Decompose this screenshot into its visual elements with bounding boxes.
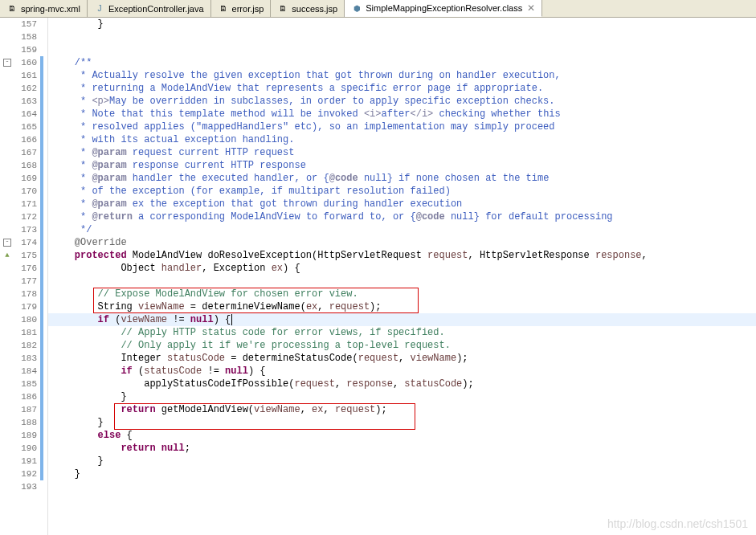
code-line: * @param ex the exception that got throw… — [48, 198, 756, 210]
code-line: * <p>May be overridden in subclasses, in… — [48, 95, 756, 108]
line-number: 171 — [14, 199, 40, 209]
line-number: 178 — [14, 289, 40, 299]
line-number: 159 — [14, 45, 40, 55]
jsp-file-icon: 🗎 — [218, 3, 229, 14]
tab-simple-mapping-resolver[interactable]: ⬢SimpleMappingExceptionResolver.class✕ — [345, 0, 542, 17]
line-number: 188 — [14, 418, 40, 427]
code-line: /** — [48, 56, 756, 69]
line-number: 160 — [14, 58, 40, 67]
code-line: return getModelAndView(viewName, ex, req… — [48, 403, 756, 416]
fold-marker[interactable]: - — [0, 56, 14, 69]
code-line: // Only apply it if we're processing a t… — [48, 339, 756, 352]
class-file-icon: ⬢ — [351, 2, 362, 14]
code-area[interactable]: } /** * Actually resolve the given excep… — [48, 18, 756, 535]
line-number: 161 — [14, 71, 40, 80]
editor[interactable]: 157 158 159 -160 161 162 163 164 165 166… — [0, 18, 756, 535]
line-number: 187 — [14, 405, 40, 415]
watermark: http://blog.csdn.net/csh1501 — [607, 517, 748, 530]
code-line: * Note that this template method will be… — [48, 108, 756, 120]
fold-marker[interactable]: - — [0, 236, 14, 249]
tab-exception-controller[interactable]: JExceptionController.java — [88, 0, 211, 17]
jsp-file-icon: 🗎 — [277, 3, 288, 14]
code-line: * @param response current HTTP response — [48, 159, 756, 172]
code-line: else { — [48, 429, 756, 442]
line-number: 175 — [14, 251, 40, 260]
code-line: Object handler, Exception ex) { — [48, 262, 756, 275]
line-number: 181 — [14, 328, 40, 337]
line-number: 177 — [14, 276, 40, 286]
line-number: 158 — [14, 32, 40, 42]
line-number: 169 — [14, 174, 40, 183]
code-line — [48, 31, 756, 43]
line-number: 162 — [14, 84, 40, 93]
tab-spring-mvc[interactable]: 🗎spring-mvc.xml — [0, 0, 88, 17]
code-line: * Actually resolve the given exception t… — [48, 69, 756, 82]
tab-success-jsp[interactable]: 🗎success.jsp — [271, 0, 345, 17]
code-line: // Expose ModelAndView for chosen error … — [48, 288, 756, 300]
code-line — [48, 275, 756, 288]
code-line: } — [48, 468, 756, 480]
code-line: * @param handler the executed handler, o… — [48, 172, 756, 185]
line-number: 189 — [14, 431, 40, 440]
line-number: 190 — [14, 443, 40, 453]
line-number: 183 — [14, 353, 40, 363]
code-line: return null; — [48, 442, 756, 455]
code-line — [48, 480, 756, 493]
code-line: } — [48, 416, 756, 429]
tab-bar: 🗎spring-mvc.xml JExceptionController.jav… — [0, 0, 756, 18]
tab-error-jsp[interactable]: 🗎error.jsp — [211, 0, 272, 17]
line-number: 165 — [14, 122, 40, 132]
line-number: 176 — [14, 263, 40, 273]
line-number: 174 — [14, 238, 40, 247]
code-line: * returning a ModelAndView that represen… — [48, 82, 756, 95]
line-number: 163 — [14, 96, 40, 106]
code-line: } — [48, 18, 756, 31]
line-number: 185 — [14, 379, 40, 389]
override-marker: ▲ — [0, 249, 14, 262]
line-number: 182 — [14, 341, 40, 350]
line-number: 164 — [14, 109, 40, 119]
code-line: String viewName = determineViewName(ex, … — [48, 300, 756, 313]
code-line: * resolved applies ("mappedHandlers" etc… — [48, 120, 756, 133]
line-number: 191 — [14, 456, 40, 466]
code-line: * of the exception (for example, if mult… — [48, 185, 756, 198]
line-number: 157 — [14, 19, 40, 29]
code-line: Integer statusCode = determineStatusCode… — [48, 352, 756, 365]
code-line: // Apply HTTP status code for error view… — [48, 326, 756, 339]
line-number: 167 — [14, 148, 40, 157]
code-line-current: if (viewName != null) { — [48, 313, 756, 326]
code-line: applyStatusCodeIfPossible(request, respo… — [48, 378, 756, 390]
gutter: 157 158 159 -160 161 162 163 164 165 166… — [0, 18, 48, 535]
xml-file-icon: 🗎 — [6, 3, 18, 14]
line-number: 186 — [14, 392, 40, 402]
line-number: 179 — [14, 302, 40, 312]
code-line: @Override — [48, 236, 756, 249]
code-line: if (statusCode != null) { — [48, 365, 756, 378]
line-number: 170 — [14, 186, 40, 196]
java-file-icon: J — [94, 3, 105, 14]
code-line — [48, 43, 756, 56]
line-number: 173 — [14, 225, 40, 235]
code-line: } — [48, 455, 756, 468]
line-number: 192 — [14, 469, 40, 479]
code-line: } — [48, 390, 756, 403]
line-number: 168 — [14, 161, 40, 170]
code-line: * with its actual exception handling. — [48, 133, 756, 146]
code-line: * @return a corresponding ModelAndView t… — [48, 210, 756, 223]
line-number: 184 — [14, 366, 40, 376]
line-number: 180 — [14, 315, 40, 325]
code-line: */ — [48, 223, 756, 236]
code-line: * @param request current HTTP request — [48, 146, 756, 159]
close-icon[interactable]: ✕ — [527, 2, 535, 14]
line-number: 172 — [14, 212, 40, 222]
line-number: 193 — [14, 482, 40, 492]
code-line: protected ModelAndView doResolveExceptio… — [48, 249, 756, 262]
line-number: 166 — [14, 135, 40, 145]
